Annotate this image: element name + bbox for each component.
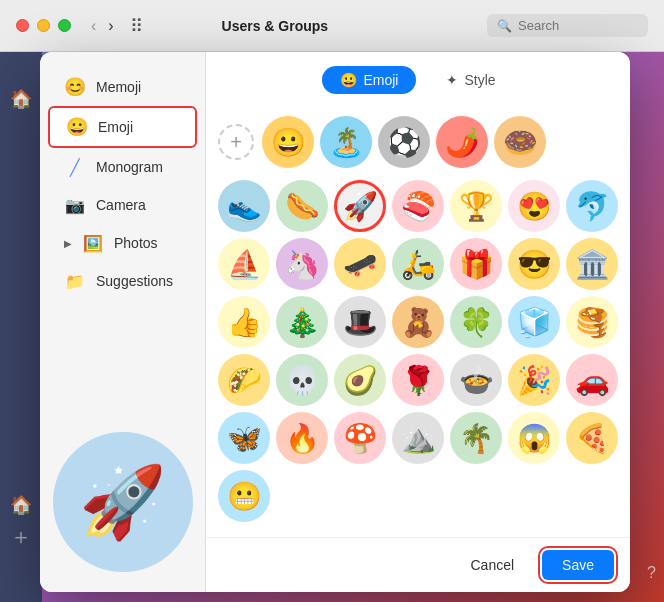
emoji-cell-14[interactable]: 🛹 xyxy=(334,238,386,290)
emoji-cell-22[interactable]: 🧸 xyxy=(392,296,444,348)
emoji-21: 🎩 xyxy=(343,306,378,339)
window-title: Users & Groups xyxy=(63,18,487,34)
emoji-cell-10[interactable]: 😍 xyxy=(508,180,560,232)
emoji-12: ⛵ xyxy=(227,248,262,281)
emoji-cell-11[interactable]: 🐬 xyxy=(566,180,618,232)
search-input[interactable] xyxy=(518,18,638,33)
emoji-picker-dialog: 😊 Memoji 😀 Emoji ╱ Monogram 📷 Camera ▶ 🖼 xyxy=(40,52,630,592)
tab-bar: 😀 Emoji ✦ Style xyxy=(206,52,630,104)
emoji-grid-header: + 😀 🏝️ ⚽ 🌶️ 🍩 xyxy=(218,112,618,172)
emoji-38: 😱 xyxy=(517,422,552,455)
emoji-6: 🌭 xyxy=(285,190,320,223)
menu-item-camera[interactable]: 📷 Camera xyxy=(48,186,197,224)
camera-icon: 📷 xyxy=(64,194,86,216)
emoji-cell-16[interactable]: 🎁 xyxy=(450,238,502,290)
menu-item-memoji-label: Memoji xyxy=(96,79,141,95)
emoji-cell-21[interactable]: 🎩 xyxy=(334,296,386,348)
menu-item-memoji[interactable]: 😊 Memoji xyxy=(48,68,197,106)
cancel-button[interactable]: Cancel xyxy=(454,551,530,579)
emoji-cell-19[interactable]: 👍 xyxy=(218,296,270,348)
monogram-icon: ╱ xyxy=(64,156,86,178)
emoji-cell-28[interactable]: 🥑 xyxy=(334,354,386,406)
emoji-cell-9[interactable]: 🏆 xyxy=(450,180,502,232)
emoji-cell-37[interactable]: 🌴 xyxy=(450,412,502,464)
emoji-cell-30[interactable]: 🍲 xyxy=(450,354,502,406)
close-button[interactable] xyxy=(16,19,29,32)
tab-emoji-icon: 😀 xyxy=(340,72,357,88)
memoji-icon: 😊 xyxy=(64,76,86,98)
emoji-cell-3[interactable]: 🌶️ xyxy=(436,116,488,168)
emoji-cell-31[interactable]: 🎉 xyxy=(508,354,560,406)
emoji-2: ⚽ xyxy=(387,126,422,159)
minimize-button[interactable] xyxy=(37,19,50,32)
menu-item-monogram-label: Monogram xyxy=(96,159,163,175)
emoji-37: 🌴 xyxy=(459,422,494,455)
emoji-25: 🥞 xyxy=(575,306,610,339)
menu-item-photos[interactable]: ▶ 🖼️ Photos xyxy=(48,224,197,262)
avatar-preview: 🚀 xyxy=(53,432,193,572)
menu-item-emoji[interactable]: 😀 Emoji xyxy=(48,106,197,148)
emoji-39: 🍕 xyxy=(575,422,610,455)
emoji-cell-34[interactable]: 🔥 xyxy=(276,412,328,464)
emoji-15: 🛵 xyxy=(401,248,436,281)
emoji-cell-25[interactable]: 🥞 xyxy=(566,296,618,348)
emoji-30: 🍲 xyxy=(459,364,494,397)
emoji-34: 🔥 xyxy=(285,422,320,455)
emoji-cell-33[interactable]: 🦋 xyxy=(218,412,270,464)
tab-emoji[interactable]: 😀 Emoji xyxy=(322,66,416,94)
avatar-emoji: 🚀 xyxy=(79,461,166,543)
dialog-footer: Cancel Save xyxy=(206,537,630,592)
emoji-cell-18[interactable]: 🏛️ xyxy=(566,238,618,290)
photos-icon: 🖼️ xyxy=(82,232,104,254)
emoji-cell-5[interactable]: 👟 xyxy=(218,180,270,232)
emoji-cell-1[interactable]: 🏝️ xyxy=(320,116,372,168)
emoji-cell-2[interactable]: ⚽ xyxy=(378,116,430,168)
emoji-cell-0[interactable]: 😀 xyxy=(262,116,314,168)
menu-item-monogram[interactable]: ╱ Monogram xyxy=(48,148,197,186)
emoji-content[interactable]: + 😀 🏝️ ⚽ 🌶️ 🍩 xyxy=(206,104,630,537)
search-bar[interactable]: 🔍 xyxy=(487,14,648,37)
save-button[interactable]: Save xyxy=(542,550,614,580)
emoji-cell-36[interactable]: ⛰️ xyxy=(392,412,444,464)
emoji-cell-39[interactable]: 🍕 xyxy=(566,412,618,464)
emoji-14: 🛹 xyxy=(343,248,378,281)
emoji-cell-27[interactable]: 💀 xyxy=(276,354,328,406)
emoji-32: 🚗 xyxy=(575,364,610,397)
emoji-13: 🦄 xyxy=(285,248,320,281)
emoji-cell-40[interactable]: 😬 xyxy=(218,470,270,522)
emoji-cell-35[interactable]: 🍄 xyxy=(334,412,386,464)
emoji-cell-7[interactable]: 🚀 xyxy=(334,180,386,232)
tab-style[interactable]: ✦ Style xyxy=(428,66,513,94)
emoji-grid: 👟 🌭 🚀 🍣 🏆 😍 🐬 xyxy=(218,180,618,530)
add-emoji-button[interactable]: + xyxy=(218,124,254,160)
emoji-cell-13[interactable]: 🦄 xyxy=(276,238,328,290)
emoji-17: 😎 xyxy=(517,248,552,281)
photos-expand-arrow: ▶ xyxy=(64,238,72,249)
emoji-icon: 😀 xyxy=(66,116,88,138)
titlebar: ‹ › ⠿ Users & Groups 🔍 xyxy=(0,0,664,52)
emoji-cell-4[interactable]: 🍩 xyxy=(494,116,546,168)
menu-item-photos-label: Photos xyxy=(114,235,158,251)
emoji-cell-29[interactable]: 🌹 xyxy=(392,354,444,406)
emoji-cell-32[interactable]: 🚗 xyxy=(566,354,618,406)
emoji-28: 🥑 xyxy=(343,364,378,397)
emoji-cell-20[interactable]: 🎄 xyxy=(276,296,328,348)
emoji-cell-8[interactable]: 🍣 xyxy=(392,180,444,232)
emoji-10: 😍 xyxy=(517,190,552,223)
emoji-3: 🌶️ xyxy=(445,126,480,159)
menu-item-suggestions[interactable]: 📁 Suggestions xyxy=(48,262,197,300)
emoji-cell-24[interactable]: 🧊 xyxy=(508,296,560,348)
emoji-cell-38[interactable]: 😱 xyxy=(508,412,560,464)
help-icon[interactable]: ? xyxy=(647,564,656,582)
emoji-cell-17[interactable]: 😎 xyxy=(508,238,560,290)
emoji-cell-12[interactable]: ⛵ xyxy=(218,238,270,290)
emoji-cell-6[interactable]: 🌭 xyxy=(276,180,328,232)
emoji-23: 🍀 xyxy=(459,306,494,339)
dialog-right-panel: 😀 Emoji ✦ Style + 😀 🏝️ xyxy=(206,52,630,592)
emoji-cell-15[interactable]: 🛵 xyxy=(392,238,444,290)
emoji-cell-23[interactable]: 🍀 xyxy=(450,296,502,348)
emoji-35: 🍄 xyxy=(343,422,378,455)
emoji-cell-26[interactable]: 🌮 xyxy=(218,354,270,406)
background-sidebar: 🏠 🏠 ＋ xyxy=(0,52,42,602)
emoji-8: 🍣 xyxy=(401,190,436,223)
